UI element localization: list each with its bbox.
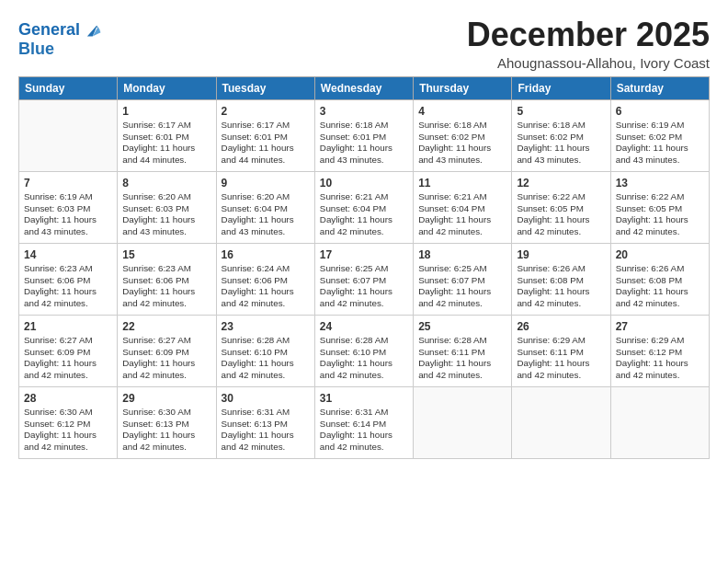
day-number: 25 [418, 319, 506, 334]
day-number: 2 [222, 104, 310, 119]
day-number: 28 [24, 391, 112, 406]
day-number: 6 [616, 104, 704, 119]
day-info: Sunrise: 6:19 AM Sunset: 6:03 PM Dayligh… [24, 191, 112, 238]
calendar-cell: 29Sunrise: 6:30 AM Sunset: 6:13 PM Dayli… [118, 386, 216, 458]
calendar-cell: 23Sunrise: 6:28 AM Sunset: 6:10 PM Dayli… [216, 315, 314, 386]
day-info: Sunrise: 6:30 AM Sunset: 6:13 PM Dayligh… [122, 407, 210, 454]
day-number: 26 [517, 319, 605, 334]
calendar-cell: 25Sunrise: 6:28 AM Sunset: 6:11 PM Dayli… [414, 315, 512, 386]
day-number: 21 [24, 319, 112, 334]
day-number: 15 [122, 247, 210, 262]
day-info: Sunrise: 6:24 AM Sunset: 6:06 PM Dayligh… [222, 263, 310, 310]
day-number: 29 [122, 391, 210, 406]
calendar-week-1: 1Sunrise: 6:17 AM Sunset: 6:01 PM Daylig… [19, 99, 710, 171]
calendar-cell: 6Sunrise: 6:19 AM Sunset: 6:02 PM Daylig… [610, 99, 709, 171]
calendar-cell: 9Sunrise: 6:20 AM Sunset: 6:04 PM Daylig… [216, 171, 314, 243]
day-number: 3 [320, 104, 408, 119]
calendar-week-2: 7Sunrise: 6:19 AM Sunset: 6:03 PM Daylig… [19, 171, 710, 243]
day-number: 7 [24, 176, 112, 190]
calendar-cell: 20Sunrise: 6:26 AM Sunset: 6:08 PM Dayli… [610, 243, 709, 315]
day-number: 11 [418, 176, 506, 190]
weekday-header-row: SundayMondayTuesdayWednesdayThursdayFrid… [19, 76, 710, 99]
calendar-cell: 19Sunrise: 6:26 AM Sunset: 6:08 PM Dayli… [512, 243, 610, 315]
logo-subtext: Blue [18, 40, 102, 57]
day-info: Sunrise: 6:25 AM Sunset: 6:07 PM Dayligh… [418, 263, 506, 310]
day-info: Sunrise: 6:29 AM Sunset: 6:12 PM Dayligh… [616, 335, 704, 382]
day-info: Sunrise: 6:28 AM Sunset: 6:11 PM Dayligh… [418, 335, 506, 382]
calendar-cell [610, 386, 709, 458]
day-info: Sunrise: 6:22 AM Sunset: 6:05 PM Dayligh… [616, 191, 704, 238]
calendar-cell: 26Sunrise: 6:29 AM Sunset: 6:11 PM Dayli… [512, 315, 610, 386]
calendar-cell: 27Sunrise: 6:29 AM Sunset: 6:12 PM Dayli… [610, 315, 709, 386]
day-info: Sunrise: 6:31 AM Sunset: 6:14 PM Dayligh… [320, 407, 408, 454]
day-number: 10 [320, 176, 408, 190]
day-number: 5 [517, 104, 605, 119]
day-info: Sunrise: 6:18 AM Sunset: 6:02 PM Dayligh… [517, 120, 605, 167]
location: Ahougnassou-Allahou, Ivory Coast [467, 55, 710, 71]
calendar-week-4: 21Sunrise: 6:27 AM Sunset: 6:09 PM Dayli… [19, 315, 710, 386]
weekday-sunday: Sunday [19, 76, 118, 99]
calendar-cell: 24Sunrise: 6:28 AM Sunset: 6:10 PM Dayli… [314, 315, 413, 386]
calendar-cell: 22Sunrise: 6:27 AM Sunset: 6:09 PM Dayli… [118, 315, 216, 386]
day-number: 23 [222, 319, 310, 334]
day-info: Sunrise: 6:25 AM Sunset: 6:07 PM Dayligh… [320, 263, 408, 310]
calendar-cell [414, 386, 512, 458]
calendar-cell: 8Sunrise: 6:20 AM Sunset: 6:03 PM Daylig… [118, 171, 216, 243]
day-info: Sunrise: 6:23 AM Sunset: 6:06 PM Dayligh… [122, 263, 210, 310]
day-info: Sunrise: 6:29 AM Sunset: 6:11 PM Dayligh… [517, 335, 605, 382]
calendar-cell [19, 99, 118, 171]
calendar-cell: 15Sunrise: 6:23 AM Sunset: 6:06 PM Dayli… [118, 243, 216, 315]
calendar-cell: 13Sunrise: 6:22 AM Sunset: 6:05 PM Dayli… [610, 171, 709, 243]
calendar-week-5: 28Sunrise: 6:30 AM Sunset: 6:12 PM Dayli… [19, 386, 710, 458]
day-number: 1 [122, 104, 210, 119]
day-number: 4 [418, 104, 506, 119]
day-number: 20 [616, 247, 704, 262]
day-info: Sunrise: 6:20 AM Sunset: 6:04 PM Dayligh… [222, 191, 310, 238]
day-number: 16 [222, 247, 310, 262]
calendar-cell: 17Sunrise: 6:25 AM Sunset: 6:07 PM Dayli… [314, 243, 413, 315]
title-block: December 2025 Ahougnassou-Allahou, Ivory… [467, 17, 710, 71]
day-info: Sunrise: 6:19 AM Sunset: 6:02 PM Dayligh… [616, 120, 704, 167]
day-number: 9 [222, 176, 310, 190]
day-info: Sunrise: 6:17 AM Sunset: 6:01 PM Dayligh… [222, 120, 310, 167]
day-info: Sunrise: 6:17 AM Sunset: 6:01 PM Dayligh… [122, 120, 210, 167]
weekday-friday: Friday [512, 76, 610, 99]
day-info: Sunrise: 6:21 AM Sunset: 6:04 PM Dayligh… [320, 191, 408, 238]
day-info: Sunrise: 6:21 AM Sunset: 6:04 PM Dayligh… [418, 191, 506, 238]
day-number: 19 [517, 247, 605, 262]
day-number: 8 [122, 176, 210, 190]
day-info: Sunrise: 6:27 AM Sunset: 6:09 PM Dayligh… [24, 335, 112, 382]
day-info: Sunrise: 6:20 AM Sunset: 6:03 PM Dayligh… [122, 191, 210, 238]
calendar-cell: 10Sunrise: 6:21 AM Sunset: 6:04 PM Dayli… [314, 171, 413, 243]
day-info: Sunrise: 6:22 AM Sunset: 6:05 PM Dayligh… [517, 191, 605, 238]
day-number: 14 [24, 247, 112, 262]
day-number: 31 [320, 391, 408, 406]
day-number: 27 [616, 319, 704, 334]
day-number: 17 [320, 247, 408, 262]
weekday-thursday: Thursday [414, 76, 512, 99]
calendar-cell: 7Sunrise: 6:19 AM Sunset: 6:03 PM Daylig… [19, 171, 118, 243]
day-info: Sunrise: 6:28 AM Sunset: 6:10 PM Dayligh… [222, 335, 310, 382]
calendar-cell: 16Sunrise: 6:24 AM Sunset: 6:06 PM Dayli… [216, 243, 314, 315]
logo-icon [82, 20, 102, 40]
day-info: Sunrise: 6:18 AM Sunset: 6:01 PM Dayligh… [320, 120, 408, 167]
calendar-cell: 1Sunrise: 6:17 AM Sunset: 6:01 PM Daylig… [118, 99, 216, 171]
day-info: Sunrise: 6:26 AM Sunset: 6:08 PM Dayligh… [517, 263, 605, 310]
day-info: Sunrise: 6:28 AM Sunset: 6:10 PM Dayligh… [320, 335, 408, 382]
calendar-week-3: 14Sunrise: 6:23 AM Sunset: 6:06 PM Dayli… [19, 243, 710, 315]
calendar-cell: 28Sunrise: 6:30 AM Sunset: 6:12 PM Dayli… [19, 386, 118, 458]
calendar-cell [512, 386, 610, 458]
weekday-saturday: Saturday [610, 76, 709, 99]
day-info: Sunrise: 6:27 AM Sunset: 6:09 PM Dayligh… [122, 335, 210, 382]
calendar-cell: 12Sunrise: 6:22 AM Sunset: 6:05 PM Dayli… [512, 171, 610, 243]
day-number: 22 [122, 319, 210, 334]
weekday-tuesday: Tuesday [216, 76, 314, 99]
day-number: 30 [222, 391, 310, 406]
day-info: Sunrise: 6:23 AM Sunset: 6:06 PM Dayligh… [24, 263, 112, 310]
day-number: 12 [517, 176, 605, 190]
month-title: December 2025 [467, 17, 710, 53]
calendar-cell: 14Sunrise: 6:23 AM Sunset: 6:06 PM Dayli… [19, 243, 118, 315]
day-info: Sunrise: 6:26 AM Sunset: 6:08 PM Dayligh… [616, 263, 704, 310]
calendar-cell: 3Sunrise: 6:18 AM Sunset: 6:01 PM Daylig… [314, 99, 413, 171]
day-info: Sunrise: 6:30 AM Sunset: 6:12 PM Dayligh… [24, 407, 112, 454]
